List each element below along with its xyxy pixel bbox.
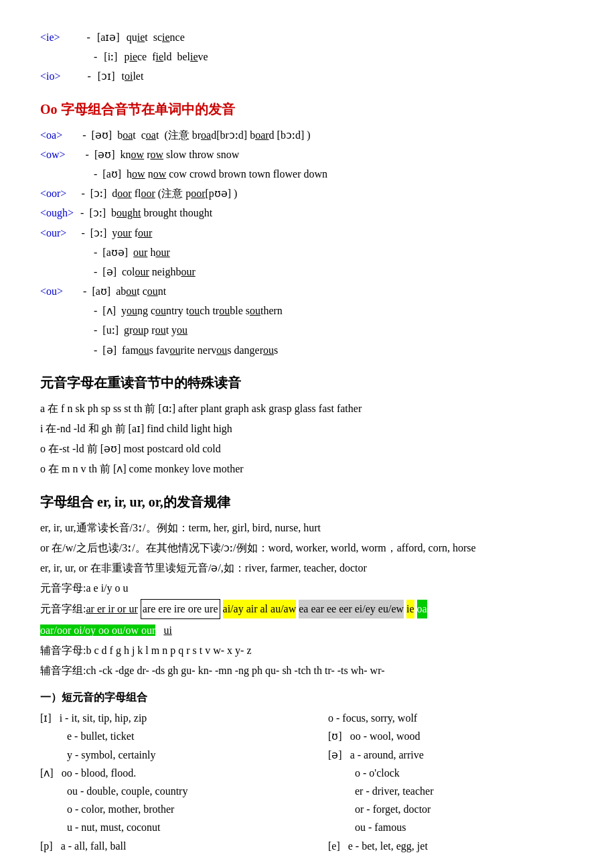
oa-note: (注意 broad[brɔːd] board [bɔːd] )	[164, 126, 310, 144]
vg-highlighted-yellow: ai/ay air al au/aw	[223, 600, 297, 618]
special-row3: o 在-st -ld 前 [əʊ] most postcard old cold	[40, 440, 576, 458]
phonics-schwa-symbol: [ə] a - around, arrive	[328, 746, 576, 764]
ow-tag: <ow>	[40, 145, 66, 163]
our-row2: - [aʊə] our hour	[40, 243, 576, 261]
phonics-o-focus: o - focus, sorry, wolf	[328, 709, 576, 727]
ie-io-section: <ie> - [aɪə] quiet science - [iː] piece …	[40, 28, 576, 86]
oa-tag: <oa>	[40, 126, 62, 144]
oa-dash: -	[82, 126, 86, 144]
ie-word-believe: believe	[177, 48, 208, 66]
ie-row2: - [iː] piece field believe	[40, 48, 576, 66]
consonant-groups-line: 辅音字组:ch -ck -dge dr- -ds gh gu- kn- -mn …	[40, 661, 576, 679]
special-row2: i 在-nd -ld 和 gh 前 [aɪ] find child light …	[40, 419, 576, 438]
our-tag: <our>	[40, 224, 66, 242]
ou-words1: about count	[116, 282, 166, 300]
special-row1: a 在 f n sk ph sp ss st th 前 [ɑː] after p…	[40, 399, 576, 417]
oor-phonetic: [ɔː]	[90, 184, 107, 202]
phonics-p-symbol: [p] a - all, fall, ball	[40, 837, 288, 855]
phonics-i-symbol: [ɪ] i - it, sit, tip, hip, zip	[40, 709, 288, 727]
vowel-groups-line2: oar/oor oi/oy oo ou/ow our ui	[40, 621, 576, 639]
er-ir-section-title: 字母组合 er, ir, ur, or,的发音规律	[40, 490, 576, 513]
ou-phonetic3: [uː]	[102, 321, 119, 339]
ow-dash2: -	[94, 165, 97, 183]
ou-row4: - [ə] famous favourite nervous dangerous	[40, 341, 576, 359]
ou-words4: famous favourite nervous dangerous	[122, 341, 278, 359]
phonics-schwa-ou: ou - famous	[328, 818, 576, 836]
vowel-letters-line: 元音字母:a e i/y o u	[40, 579, 576, 597]
ou-dash2: -	[94, 302, 97, 320]
main-content: <ie> - [aɪə] quiet science - [iː] piece …	[40, 28, 576, 855]
phonics-schwa-or: or - forget, doctor	[328, 800, 576, 818]
ie-phonetic2: [iː]	[104, 48, 117, 66]
ie-dash2: -	[94, 48, 97, 66]
phonics-i-y: y - symbol, certainly	[40, 746, 288, 764]
ou-row3: - [uː] group rout you	[40, 321, 576, 339]
ough-tag: <ough>	[40, 204, 74, 222]
phonics-e-symbol: [e] e - bet, let, egg, jet	[328, 837, 576, 855]
io-phonetic: [ɔɪ]	[98, 67, 115, 85]
ou-tag: <ou>	[40, 282, 63, 300]
oor-words: door floor (注意 poor[pʊə] )	[112, 184, 237, 202]
ough-row: <ough> - [ɔː] bought brought thought	[40, 204, 576, 222]
ow-words1: know row slow throw snow	[121, 145, 240, 163]
ou-dash3: -	[94, 321, 97, 339]
io-dash: -	[88, 67, 91, 85]
io-word-toilet: toilet	[121, 67, 143, 85]
our-dash2: -	[94, 243, 97, 261]
ough-phonetic: [ɔː]	[89, 204, 106, 222]
ie-row1: <ie> - [aɪə] quiet science	[40, 28, 576, 46]
io-tag: <io>	[40, 67, 61, 85]
ow-row1: <ow> - [əʊ] know row slow throw snow	[40, 145, 576, 163]
oor-tag: <oor>	[40, 184, 66, 202]
oor-row: <oor> - [ɔː] door floor (注意 poor[pʊə] )	[40, 184, 576, 202]
ou-phonetic2: [ʌ]	[102, 302, 116, 320]
ou-dash1: -	[83, 282, 86, 300]
special-row4: o 在 m n v th 前 [ʌ] come monkey love moth…	[40, 460, 576, 478]
phonics-lambda-o: o - color, mother, brother	[40, 800, 288, 818]
ough-dash: -	[80, 204, 84, 222]
vowel-groups-label: 元音字组:ar er ir or ur	[40, 600, 138, 618]
oor-dash: -	[81, 184, 84, 202]
oa-word-boat: boat	[117, 126, 136, 144]
our-row1: <our> - [ɔː] your four	[40, 224, 576, 242]
vg-are-ore: are ere ire ore ure	[141, 599, 220, 618]
phonics-lambda-ou: ou - double, couple, country	[40, 782, 288, 800]
ough-words: bought brought thought	[111, 204, 212, 222]
consonant-letters-line: 辅音字母:b c d f g h j k l m n p q r s t v w…	[40, 641, 576, 659]
ou-words2: young country touch trouble southern	[121, 302, 283, 320]
oa-phonetic: [əʊ]	[91, 126, 112, 144]
phonics-schwa-er: er - driver, teacher	[328, 782, 576, 800]
ie-word-science: science	[153, 28, 185, 46]
oa-row: <oa> - [əʊ] boat coat (注意 broad[brɔːd] b…	[40, 126, 576, 144]
vg-oa-highlight: oa	[417, 600, 427, 618]
special-section-title: 元音字母在重读音节中的特殊读音	[40, 371, 576, 394]
oa-word-coat: coat	[141, 126, 159, 144]
ie-dash1: -	[87, 28, 90, 46]
ou-phonetic1: [aʊ]	[92, 282, 110, 300]
vg-green2: oar/oor oi/oy oo ou/ow our	[40, 624, 155, 636]
our-row3: - [ə] colour neighbour	[40, 263, 576, 281]
our-words1: your four	[112, 224, 152, 242]
ow-dash1: -	[86, 145, 89, 163]
ow-row2: - [aʊ] how now cow crowd brown town flow…	[40, 165, 576, 183]
phonics-columns: 一）短元音的字母组合 [ɪ] i - it, sit, tip, hip, zi…	[40, 688, 576, 855]
phonics-upsilon-symbol: [ʊ] oo - wool, wood	[328, 727, 576, 745]
ou-row2: - [ʌ] young country touch trouble southe…	[40, 302, 576, 320]
ow-phonetic2: [aʊ]	[102, 165, 121, 183]
vg-highlighted-gray: ea ear ee eer ei/ey eu/ew	[299, 600, 404, 618]
phonics-right-col: o - focus, sorry, wolf [ʊ] oo - wool, wo…	[328, 688, 576, 855]
our-dash3: -	[94, 263, 97, 281]
ie-word-field: field	[152, 48, 171, 66]
vg-ui: ui	[163, 624, 171, 636]
phonics-right-spacer	[328, 688, 576, 706]
phonics-schwa-o: o - o'clock	[328, 764, 576, 782]
short-vowel-title-left: 一）短元音的字母组合	[40, 688, 288, 706]
oo-section-title: Oo 字母组合音节在单词中的发音	[40, 98, 576, 121]
our-words2: our hour	[133, 243, 170, 261]
ie-word-quiet: quiet	[127, 28, 148, 46]
io-row: <io> - [ɔɪ] toilet	[40, 67, 576, 85]
er-ir-row1: er, ir, ur,通常读长音/3ː/。例如：term, her, girl,…	[40, 519, 576, 537]
phonics-lambda-symbol: [ʌ] oo - blood, flood.	[40, 764, 288, 782]
vg-ie-highlight: ie	[406, 600, 414, 618]
ie-word-piece: piece	[124, 48, 147, 66]
